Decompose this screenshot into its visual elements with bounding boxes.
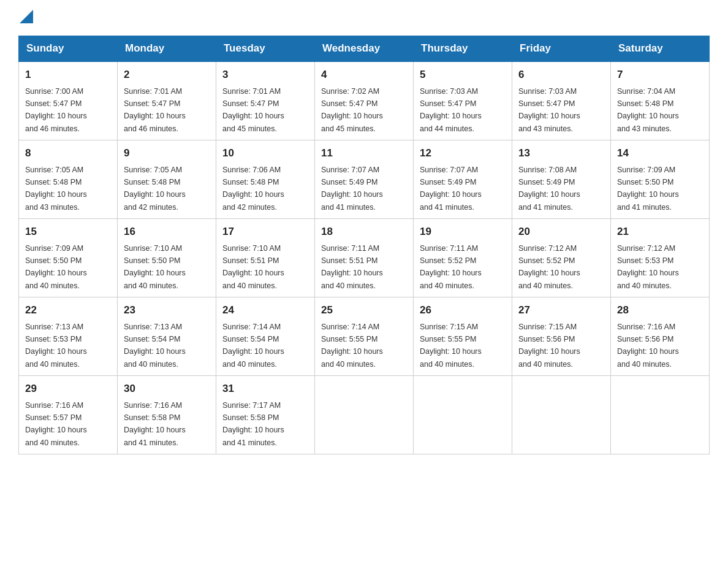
day-info: Sunrise: 7:12 AMSunset: 5:53 PMDaylight:… [617, 244, 679, 290]
day-info: Sunrise: 7:14 AMSunset: 5:54 PMDaylight:… [222, 323, 284, 369]
day-number: 6 [518, 67, 604, 83]
calendar-cell: 29 Sunrise: 7:16 AMSunset: 5:57 PMDaylig… [19, 376, 118, 454]
day-info: Sunrise: 7:07 AMSunset: 5:49 PMDaylight:… [420, 166, 482, 212]
calendar-cell: 6 Sunrise: 7:03 AMSunset: 5:47 PMDayligh… [512, 61, 611, 140]
calendar-cell: 25 Sunrise: 7:14 AMSunset: 5:55 PMDaylig… [315, 297, 414, 376]
calendar-cell: 22 Sunrise: 7:13 AMSunset: 5:53 PMDaylig… [19, 297, 118, 376]
calendar-cell [611, 376, 710, 454]
weekday-header-wednesday: Wednesday [315, 36, 414, 62]
day-number: 3 [222, 67, 308, 83]
day-info: Sunrise: 7:13 AMSunset: 5:54 PMDaylight:… [124, 323, 186, 369]
day-number: 20 [518, 224, 604, 240]
day-number: 25 [321, 302, 407, 318]
day-info: Sunrise: 7:17 AMSunset: 5:58 PMDaylight:… [222, 401, 284, 447]
day-info: Sunrise: 7:04 AMSunset: 5:48 PMDaylight:… [617, 87, 679, 133]
day-number: 5 [420, 67, 506, 83]
day-number: 7 [617, 67, 703, 83]
calendar-cell: 8 Sunrise: 7:05 AMSunset: 5:48 PMDayligh… [19, 140, 118, 219]
calendar-cell: 5 Sunrise: 7:03 AMSunset: 5:47 PMDayligh… [414, 61, 512, 140]
day-info: Sunrise: 7:14 AMSunset: 5:55 PMDaylight:… [321, 323, 383, 369]
day-info: Sunrise: 7:10 AMSunset: 5:50 PMDaylight:… [124, 244, 186, 290]
day-number: 17 [222, 224, 308, 240]
calendar-cell: 20 Sunrise: 7:12 AMSunset: 5:52 PMDaylig… [512, 219, 611, 297]
calendar-cell: 4 Sunrise: 7:02 AMSunset: 5:47 PMDayligh… [315, 61, 414, 140]
day-number: 1 [25, 67, 111, 83]
day-info: Sunrise: 7:02 AMSunset: 5:47 PMDaylight:… [321, 87, 383, 133]
day-number: 23 [124, 302, 210, 318]
day-info: Sunrise: 7:11 AMSunset: 5:52 PMDaylight:… [420, 244, 482, 290]
day-info: Sunrise: 7:11 AMSunset: 5:51 PMDaylight:… [321, 244, 383, 290]
weekday-header-friday: Friday [512, 36, 611, 62]
calendar-cell: 27 Sunrise: 7:15 AMSunset: 5:56 PMDaylig… [512, 297, 611, 376]
day-number: 24 [222, 302, 308, 318]
calendar-cell [414, 376, 512, 454]
calendar-week-row: 29 Sunrise: 7:16 AMSunset: 5:57 PMDaylig… [19, 376, 710, 454]
weekday-header-row: SundayMondayTuesdayWednesdayThursdayFrid… [19, 36, 710, 62]
day-number: 18 [321, 224, 407, 240]
calendar-cell: 13 Sunrise: 7:08 AMSunset: 5:49 PMDaylig… [512, 140, 611, 219]
calendar-cell: 2 Sunrise: 7:01 AMSunset: 5:47 PMDayligh… [118, 61, 216, 140]
day-number: 9 [124, 145, 210, 161]
weekday-header-monday: Monday [118, 36, 216, 62]
day-number: 4 [321, 67, 407, 83]
calendar-cell: 23 Sunrise: 7:13 AMSunset: 5:54 PMDaylig… [118, 297, 216, 376]
day-number: 13 [518, 145, 604, 161]
day-number: 15 [25, 224, 111, 240]
svg-marker-0 [20, 10, 33, 23]
calendar-cell: 18 Sunrise: 7:11 AMSunset: 5:51 PMDaylig… [315, 219, 414, 297]
calendar-cell: 14 Sunrise: 7:09 AMSunset: 5:50 PMDaylig… [611, 140, 710, 219]
day-number: 22 [25, 302, 111, 318]
day-info: Sunrise: 7:08 AMSunset: 5:49 PMDaylight:… [518, 166, 580, 212]
day-number: 2 [124, 67, 210, 83]
day-info: Sunrise: 7:16 AMSunset: 5:56 PMDaylight:… [617, 323, 679, 369]
day-info: Sunrise: 7:16 AMSunset: 5:58 PMDaylight:… [124, 401, 186, 447]
day-info: Sunrise: 7:03 AMSunset: 5:47 PMDaylight:… [518, 87, 580, 133]
calendar-cell: 17 Sunrise: 7:10 AMSunset: 5:51 PMDaylig… [216, 219, 315, 297]
day-number: 14 [617, 145, 703, 161]
day-info: Sunrise: 7:05 AMSunset: 5:48 PMDaylight:… [124, 166, 186, 212]
day-info: Sunrise: 7:07 AMSunset: 5:49 PMDaylight:… [321, 166, 383, 212]
calendar-cell: 16 Sunrise: 7:10 AMSunset: 5:50 PMDaylig… [118, 219, 216, 297]
calendar-table: SundayMondayTuesdayWednesdayThursdayFrid… [18, 36, 710, 454]
calendar-cell: 30 Sunrise: 7:16 AMSunset: 5:58 PMDaylig… [118, 376, 216, 454]
calendar-cell: 24 Sunrise: 7:14 AMSunset: 5:54 PMDaylig… [216, 297, 315, 376]
calendar-cell [315, 376, 414, 454]
day-number: 29 [25, 381, 111, 397]
day-info: Sunrise: 7:10 AMSunset: 5:51 PMDaylight:… [222, 244, 284, 290]
day-info: Sunrise: 7:01 AMSunset: 5:47 PMDaylight:… [222, 87, 284, 133]
day-number: 8 [25, 145, 111, 161]
page-header [18, 12, 710, 23]
calendar-week-row: 15 Sunrise: 7:09 AMSunset: 5:50 PMDaylig… [19, 219, 710, 297]
day-number: 19 [420, 224, 506, 240]
day-info: Sunrise: 7:00 AMSunset: 5:47 PMDaylight:… [25, 87, 87, 133]
weekday-header-thursday: Thursday [414, 36, 512, 62]
day-info: Sunrise: 7:03 AMSunset: 5:47 PMDaylight:… [420, 87, 482, 133]
weekday-header-sunday: Sunday [19, 36, 118, 62]
day-info: Sunrise: 7:05 AMSunset: 5:48 PMDaylight:… [25, 166, 87, 212]
day-number: 26 [420, 302, 506, 318]
weekday-header-tuesday: Tuesday [216, 36, 315, 62]
calendar-cell: 9 Sunrise: 7:05 AMSunset: 5:48 PMDayligh… [118, 140, 216, 219]
calendar-week-row: 22 Sunrise: 7:13 AMSunset: 5:53 PMDaylig… [19, 297, 710, 376]
calendar-cell: 12 Sunrise: 7:07 AMSunset: 5:49 PMDaylig… [414, 140, 512, 219]
calendar-cell: 31 Sunrise: 7:17 AMSunset: 5:58 PMDaylig… [216, 376, 315, 454]
day-info: Sunrise: 7:12 AMSunset: 5:52 PMDaylight:… [518, 244, 580, 290]
calendar-cell: 1 Sunrise: 7:00 AMSunset: 5:47 PMDayligh… [19, 61, 118, 140]
day-number: 11 [321, 145, 407, 161]
calendar-week-row: 8 Sunrise: 7:05 AMSunset: 5:48 PMDayligh… [19, 140, 710, 219]
day-info: Sunrise: 7:15 AMSunset: 5:56 PMDaylight:… [518, 323, 580, 369]
day-number: 28 [617, 302, 703, 318]
day-info: Sunrise: 7:01 AMSunset: 5:47 PMDaylight:… [124, 87, 186, 133]
calendar-cell: 10 Sunrise: 7:06 AMSunset: 5:48 PMDaylig… [216, 140, 315, 219]
day-info: Sunrise: 7:16 AMSunset: 5:57 PMDaylight:… [25, 401, 87, 447]
calendar-cell: 3 Sunrise: 7:01 AMSunset: 5:47 PMDayligh… [216, 61, 315, 140]
calendar-cell: 28 Sunrise: 7:16 AMSunset: 5:56 PMDaylig… [611, 297, 710, 376]
calendar-cell: 19 Sunrise: 7:11 AMSunset: 5:52 PMDaylig… [414, 219, 512, 297]
day-info: Sunrise: 7:09 AMSunset: 5:50 PMDaylight:… [25, 244, 87, 290]
calendar-cell: 11 Sunrise: 7:07 AMSunset: 5:49 PMDaylig… [315, 140, 414, 219]
day-number: 21 [617, 224, 703, 240]
day-info: Sunrise: 7:09 AMSunset: 5:50 PMDaylight:… [617, 166, 679, 212]
day-number: 16 [124, 224, 210, 240]
logo-triangle-icon [20, 10, 33, 23]
calendar-cell [512, 376, 611, 454]
